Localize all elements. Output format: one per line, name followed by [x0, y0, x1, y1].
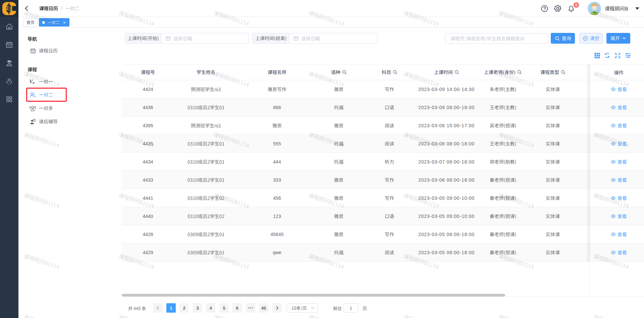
svg-text:IP: IP: [33, 82, 35, 84]
